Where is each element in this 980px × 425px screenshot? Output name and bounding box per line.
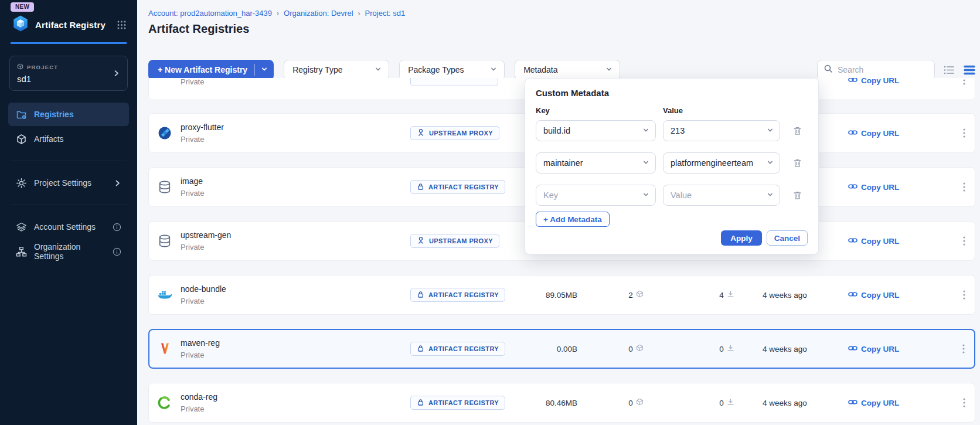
sidebar-item-artifacts[interactable]: Artifacts <box>8 127 129 151</box>
registry-type-label: ARTIFACT REGISTRY <box>428 291 499 298</box>
custom-metadata-popover: Custom Metadata Key Value build.id213mai… <box>525 78 819 254</box>
breadcrumb-separator: › <box>358 9 360 18</box>
chevron-down-icon[interactable] <box>261 65 268 74</box>
divider <box>11 205 127 205</box>
sidebar-item-label: Organization Settings <box>34 242 106 261</box>
sidebar-item-label: Registries <box>34 110 74 119</box>
registry-visibility: Private <box>181 351 410 359</box>
metadata-key-select[interactable]: build.id <box>536 120 656 141</box>
registry-type-badge: ARTIFACT REGISTRY <box>410 342 505 356</box>
metadata-row-2: KeyValue <box>536 185 808 206</box>
copy-url-link[interactable]: Copy URL <box>841 291 935 300</box>
info-icon[interactable] <box>113 247 121 256</box>
sidebar-item-account-settings[interactable]: Account Settings <box>8 215 129 239</box>
delete-metadata-icon[interactable] <box>793 191 802 200</box>
registry-name[interactable]: maven-reg <box>181 338 410 348</box>
sidebar: NEW Artifact Registry PROJECT sd1 Regist… <box>0 0 137 425</box>
breadcrumb-link-1[interactable]: Organization: Devrel <box>284 9 353 18</box>
breadcrumb-link-2[interactable]: Project: sd1 <box>365 9 406 18</box>
registry-name[interactable]: proxy-flutter <box>181 123 410 132</box>
copy-url-link[interactable]: Copy URL <box>841 345 935 353</box>
chevron-down-icon <box>642 126 649 135</box>
download-icon <box>727 290 734 300</box>
registry-name[interactable]: upstream-gen <box>181 230 410 240</box>
row-menu-icon[interactable] <box>958 78 970 89</box>
row-menu-icon[interactable] <box>958 233 970 249</box>
artifact-count: 0 <box>628 345 633 353</box>
copy-url-link[interactable]: Copy URL <box>841 129 935 138</box>
delete-metadata-icon[interactable] <box>793 158 802 168</box>
card-view-icon[interactable] <box>964 65 975 75</box>
new-artifact-registry-button[interactable]: + New Artifact Registry <box>148 60 274 80</box>
row-menu-icon[interactable] <box>958 125 970 141</box>
sidebar-item-registries[interactable]: Registries <box>8 103 129 126</box>
copy-url-link[interactable]: Copy URL <box>841 399 935 407</box>
registries-icon <box>16 109 27 120</box>
search-box[interactable] <box>817 60 935 80</box>
row-menu-icon[interactable] <box>958 179 970 195</box>
chevron-down-icon <box>605 65 612 74</box>
filter-label: Metadata <box>523 65 557 74</box>
project-selector[interactable]: PROJECT sd1 <box>9 56 128 91</box>
lock-icon <box>417 399 424 407</box>
sidebar-item-organization-settings[interactable]: Organization Settings <box>8 240 129 263</box>
table-row-node-bundle[interactable]: node-bundlePrivateARTIFACT REGISTRY89.05… <box>148 275 975 315</box>
download-count: 0 <box>719 345 724 353</box>
filter-package-types[interactable]: Package Types <box>399 60 505 80</box>
delete-metadata-icon[interactable] <box>793 126 802 135</box>
list-view-icon[interactable] <box>944 65 955 75</box>
registry-name[interactable]: image <box>181 176 410 186</box>
metadata-value-select[interactable]: Value <box>663 185 780 206</box>
registry-type-label: ARTIFACT REGISTRY <box>428 183 499 191</box>
metadata-value-value: platformengineerteam <box>671 158 753 168</box>
breadcrumb-link-0[interactable]: Account: prod2automation_har-3439 <box>148 9 272 18</box>
link-icon <box>848 399 858 407</box>
metadata-key-select[interactable]: maintainer <box>536 152 656 174</box>
registry-name[interactable]: node-bundle <box>181 284 410 294</box>
table-row-conda-reg[interactable]: conda-regPrivateARTIFACT REGISTRY80.46MB… <box>148 383 975 423</box>
docker-icon <box>157 287 181 302</box>
chevron-down-icon <box>642 191 649 200</box>
app-switcher-icon[interactable] <box>117 20 127 30</box>
database-icon <box>157 233 181 249</box>
sidebar-item-label: Account Settings <box>34 222 96 232</box>
copy-url-link[interactable]: Copy URL <box>841 78 935 85</box>
chevron-down-icon <box>767 191 774 200</box>
add-metadata-button[interactable]: + Add Metadata <box>536 212 610 227</box>
proxy-icon <box>417 236 425 246</box>
row-menu-icon[interactable] <box>958 395 970 411</box>
last-updated: 4 weeks ago <box>759 399 841 407</box>
metadata-row-0: build.id213 <box>536 120 808 141</box>
copy-url-link[interactable]: Copy URL <box>841 237 935 246</box>
lock-icon <box>417 345 424 353</box>
copy-url-label: Copy URL <box>861 78 899 85</box>
downloads-cell: 0 <box>695 344 759 353</box>
metadata-value-select[interactable]: 213 <box>663 120 780 141</box>
row-menu-icon[interactable] <box>958 341 969 357</box>
sidebar-item-project-settings[interactable]: Project Settings <box>8 171 129 195</box>
filter-registry-type[interactable]: Registry Type <box>284 60 389 80</box>
metadata-value-select[interactable]: platformengineerteam <box>663 152 780 174</box>
database-icon <box>157 179 181 195</box>
layers-icon <box>16 222 27 233</box>
button-split-divider <box>254 64 255 76</box>
registry-size: 0.00B <box>536 345 577 353</box>
breadcrumb-separator: › <box>277 9 279 18</box>
sidebar-item-label: Project Settings <box>34 178 91 188</box>
download-icon <box>727 398 734 407</box>
registry-type-badge: ARTIFACT REGISTRY <box>410 396 505 410</box>
info-icon[interactable] <box>113 223 121 232</box>
registry-type-badge: ARTIFACT REGISTRY <box>410 180 505 194</box>
filter-label: Package Types <box>408 65 464 74</box>
search-input[interactable] <box>838 65 928 74</box>
table-row-maven-reg[interactable]: maven-regPrivateARTIFACT REGISTRY0.00B00… <box>148 329 975 369</box>
registry-name[interactable]: conda-reg <box>181 392 410 402</box>
cancel-button[interactable]: Cancel <box>767 230 808 246</box>
apply-button[interactable]: Apply <box>721 230 762 246</box>
filter-metadata[interactable]: Metadata <box>515 60 620 80</box>
sidebar-nav: RegistriesArtifacts <box>0 103 137 151</box>
metadata-key-select[interactable]: Key <box>536 185 656 206</box>
row-menu-icon[interactable] <box>958 287 970 303</box>
copy-url-link[interactable]: Copy URL <box>841 183 935 192</box>
registry-type-badge: UPSTREAM PROXY <box>410 126 499 140</box>
